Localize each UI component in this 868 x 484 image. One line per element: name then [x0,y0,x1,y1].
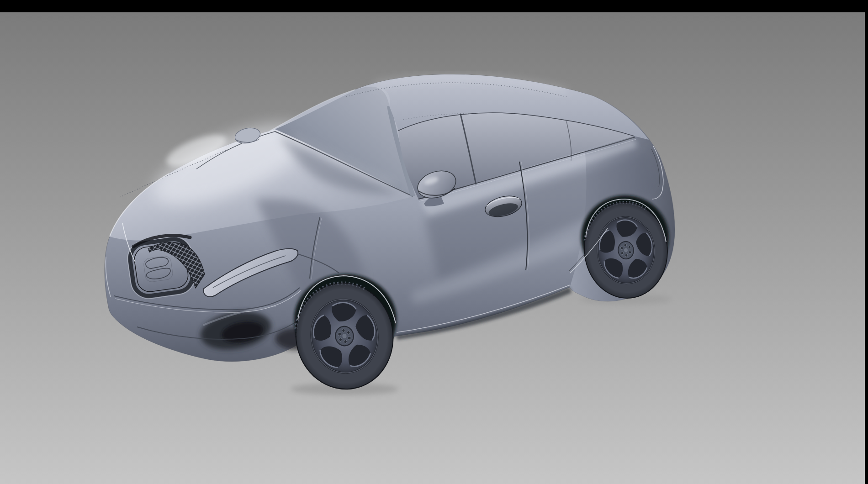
screenshot-root [0,0,868,484]
letterbox-top-bar [0,0,868,12]
cad-viewport-scene [0,0,868,484]
letterbox-right-bar [865,0,868,484]
